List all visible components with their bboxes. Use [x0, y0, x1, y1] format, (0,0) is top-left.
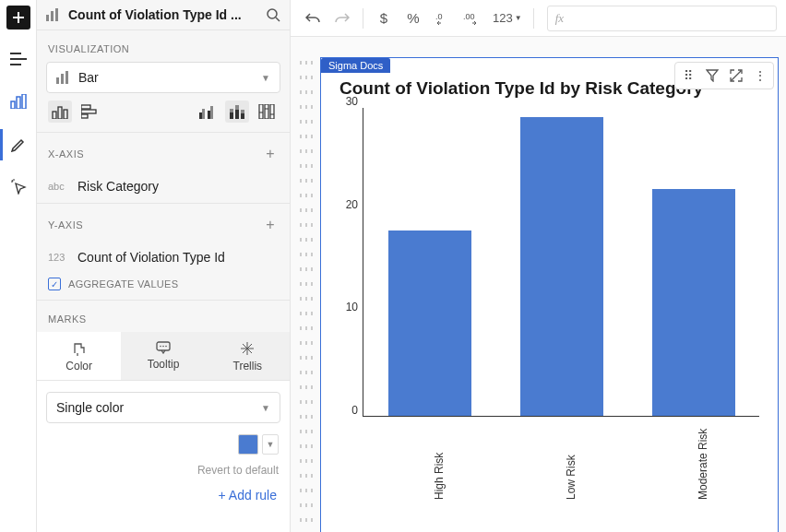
chevron-down-icon: ▼ — [261, 403, 270, 413]
list-icon[interactable] — [6, 46, 31, 72]
marks-section-label: MARKS — [37, 301, 290, 332]
chart-type-label: Bar — [78, 70, 254, 85]
chevron-down-icon: ▼ — [261, 73, 270, 83]
svg-rect-20 — [230, 112, 233, 119]
x-axis-field[interactable]: abc Risk Category — [37, 170, 290, 203]
svg-rect-12 — [64, 110, 67, 119]
tab-trellis[interactable]: Trellis — [206, 332, 290, 380]
svg-point-32 — [165, 346, 167, 348]
subtype-stacked[interactable] — [225, 100, 249, 123]
sidebar-header: Count of Violation Type Id ... — [37, 0, 290, 30]
chart-subtype-row — [37, 100, 290, 132]
svg-rect-24 — [241, 113, 244, 119]
top-toolbar: $ % .0 .00 123 ▼ fx — [291, 0, 786, 37]
marks-tabs: Color Tooltip Trellis — [37, 332, 290, 381]
svg-rect-3 — [46, 15, 49, 21]
tab-tooltip[interactable]: Tooltip — [121, 332, 205, 380]
add-x-field[interactable]: + — [262, 146, 279, 162]
add-rule-button[interactable]: + Add rule — [37, 482, 290, 515]
x-tick-label: Low Risk — [565, 455, 578, 500]
svg-rect-8 — [61, 74, 64, 84]
active-indicator — [0, 129, 3, 160]
x-axis-label: X-AXIS — [48, 148, 84, 160]
add-y-field[interactable]: + — [262, 217, 279, 233]
x-axis-section: X-AXIS + — [37, 133, 290, 170]
drag-handle-icon[interactable]: ⠿ — [677, 65, 699, 87]
subtype-grouped[interactable] — [196, 100, 220, 123]
svg-rect-14 — [81, 110, 96, 113]
chart-type-dropdown[interactable]: Bar ▼ — [46, 62, 280, 93]
svg-rect-7 — [56, 77, 59, 84]
svg-text:.0: .0 — [435, 12, 443, 21]
visualization-frame[interactable]: Sigma Docs ⠿ ⋮ Count of Violation Type I… — [320, 57, 779, 532]
field-type-badge: 123 — [48, 252, 70, 263]
paint-icon[interactable] — [6, 131, 31, 157]
svg-rect-16 — [199, 112, 202, 119]
undo-button[interactable] — [300, 6, 326, 31]
filter-icon[interactable] — [701, 65, 723, 87]
color-swatch[interactable] — [238, 434, 258, 455]
svg-point-30 — [160, 346, 161, 348]
svg-rect-15 — [81, 114, 88, 118]
tab-color[interactable]: Color — [37, 332, 121, 380]
svg-point-6 — [268, 9, 277, 18]
svg-rect-5 — [55, 8, 58, 21]
bar[interactable] — [388, 231, 471, 416]
svg-point-31 — [162, 346, 164, 348]
field-type-badge: abc — [48, 181, 70, 192]
subtype-full-stacked[interactable] — [255, 100, 279, 123]
viz-section-label: VISUALIZATION — [37, 30, 290, 62]
checkbox-icon: ✓ — [48, 278, 61, 290]
increase-decimal-button[interactable]: .00 — [459, 6, 485, 31]
more-icon[interactable]: ⋮ — [749, 65, 771, 87]
canvas: Sigma Docs ⠿ ⋮ Count of Violation Type I… — [291, 37, 786, 532]
config-sidebar: Count of Violation Type Id ... VISUALIZA… — [37, 0, 291, 532]
grid-dots — [309, 55, 315, 523]
svg-rect-10 — [53, 112, 56, 119]
formula-input[interactable]: fx — [547, 6, 777, 31]
svg-rect-4 — [51, 11, 54, 21]
bar[interactable] — [520, 117, 603, 416]
y-tick: 30 — [330, 95, 358, 108]
percent-button[interactable]: % — [400, 6, 426, 31]
expand-icon[interactable] — [725, 65, 747, 87]
search-icon[interactable] — [266, 7, 280, 22]
subtype-horizontal-bar[interactable] — [77, 100, 101, 123]
svg-rect-23 — [235, 105, 239, 110]
y-axis-label: Y-AXIS — [48, 219, 83, 231]
revert-link[interactable]: Revert to default — [37, 458, 290, 482]
currency-button[interactable]: $ — [371, 6, 397, 31]
color-mode-dropdown[interactable]: Single color ▼ — [46, 392, 280, 423]
chart-nav-icon[interactable] — [6, 89, 31, 114]
y-axis-field[interactable]: 123 Count of Violation Type Id — [37, 241, 290, 274]
x-field-name: Risk Category — [77, 179, 159, 194]
svg-rect-0 — [11, 101, 15, 109]
viz-toolbar: ⠿ ⋮ — [674, 62, 774, 89]
x-axis-labels: High RiskLow RiskModerate Risk — [363, 426, 759, 509]
number-format-button[interactable]: 123 ▼ — [489, 6, 526, 31]
add-button[interactable] — [6, 6, 30, 30]
svg-rect-11 — [58, 107, 62, 119]
svg-text:.00: .00 — [463, 12, 475, 21]
redo-button[interactable] — [329, 6, 355, 31]
svg-rect-18 — [208, 111, 210, 119]
element-tag: Sigma Docs — [321, 58, 390, 73]
decrease-decimal-button[interactable]: .0 — [430, 6, 456, 31]
svg-rect-19 — [210, 106, 213, 119]
color-mode-label: Single color — [56, 400, 261, 415]
cursor-sparkle-icon[interactable] — [6, 173, 31, 199]
y-axis-section: Y-AXIS + — [37, 204, 290, 241]
subtype-vertical-bar[interactable] — [48, 100, 72, 123]
color-swatch-dropdown[interactable]: ▼ — [262, 434, 279, 455]
svg-rect-26 — [259, 104, 263, 119]
y-tick: 0 — [330, 404, 358, 417]
bar[interactable] — [652, 189, 735, 416]
svg-rect-13 — [81, 105, 90, 109]
bar-icon — [56, 71, 71, 84]
x-tick-label: High Risk — [433, 453, 446, 500]
svg-rect-1 — [17, 97, 20, 109]
svg-rect-9 — [66, 71, 68, 84]
y-tick: 20 — [330, 198, 358, 211]
tab-color-label: Color — [66, 360, 92, 372]
aggregate-checkbox-row[interactable]: ✓ AGGREGATE VALUES — [37, 274, 290, 300]
